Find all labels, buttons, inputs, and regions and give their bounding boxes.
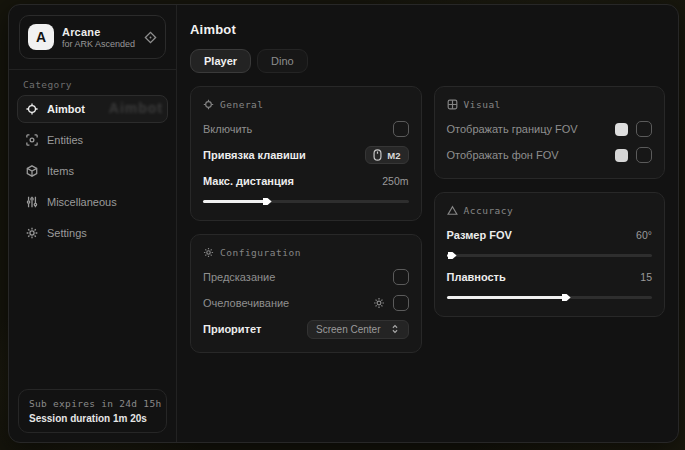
configuration-gear-icon bbox=[203, 247, 214, 258]
prediction-checkbox[interactable] bbox=[393, 269, 409, 285]
smoothness-label: Плавность bbox=[447, 271, 506, 283]
visual-card: Visual Отображать границу FOV Отображать… bbox=[434, 86, 666, 179]
fov-bg-color-swatch[interactable] bbox=[615, 149, 628, 162]
sidebar-item-label: Aimbot bbox=[47, 103, 85, 115]
general-card: General Включить Привязка клавиши bbox=[190, 86, 422, 221]
sliders-icon bbox=[26, 196, 38, 208]
target-diamond-icon[interactable] bbox=[144, 31, 157, 44]
enable-label: Включить bbox=[203, 123, 252, 135]
subscription-info: Sub expires in 24d 15h Session duration … bbox=[18, 389, 167, 433]
fov-size-slider[interactable] bbox=[447, 254, 653, 257]
sidebar-item-aimbot[interactable]: Aimbot Aimbot bbox=[17, 95, 168, 123]
card-title: Accuracy bbox=[464, 205, 514, 216]
card-title: General bbox=[220, 99, 264, 110]
prediction-label: Предсказание bbox=[203, 271, 275, 283]
sidebar-item-label: Miscellaneous bbox=[47, 196, 117, 208]
fov-size-label: Размер FOV bbox=[447, 229, 512, 241]
max-distance-slider[interactable] bbox=[203, 200, 409, 203]
configuration-card: Configuration Предсказание Очеловечивани… bbox=[190, 234, 422, 353]
accuracy-card: Accuracy Размер FOV 60° Плавность 15 bbox=[434, 192, 666, 317]
fov-bg-label: Отображать фон FOV bbox=[447, 149, 559, 161]
fov-bg-checkbox[interactable] bbox=[636, 147, 652, 163]
fov-size-value: 60° bbox=[636, 229, 652, 241]
app-name: Arcane bbox=[62, 26, 136, 38]
page-title: Aimbot bbox=[190, 22, 665, 37]
fov-border-checkbox[interactable] bbox=[636, 121, 652, 137]
cube-icon bbox=[26, 165, 38, 177]
slider-thumb[interactable] bbox=[448, 251, 457, 260]
fov-border-color-swatch[interactable] bbox=[615, 123, 628, 136]
ghost-watermark: Aimbot bbox=[109, 100, 163, 116]
general-crosshair-icon bbox=[203, 99, 214, 110]
category-label: Category bbox=[23, 79, 162, 90]
visual-window-icon bbox=[447, 99, 458, 110]
max-distance-label: Макс. дистанция bbox=[203, 175, 294, 187]
main-content: Aimbot Player Dino General bbox=[177, 5, 678, 442]
slider-thumb[interactable] bbox=[263, 197, 272, 206]
slider-thumb[interactable] bbox=[562, 293, 571, 302]
tab-dino[interactable]: Dino bbox=[257, 49, 308, 73]
sidebar-item-label: Entities bbox=[47, 134, 83, 146]
sidebar-item-settings[interactable]: Settings bbox=[17, 219, 168, 247]
card-title: Visual bbox=[464, 99, 501, 110]
priority-label: Приоритет bbox=[203, 323, 261, 335]
humanize-checkbox[interactable] bbox=[393, 295, 409, 311]
sidebar-item-entities[interactable]: Entities bbox=[17, 126, 168, 154]
fov-border-label: Отображать границу FOV bbox=[447, 123, 578, 135]
dropdown-icon bbox=[390, 324, 400, 334]
priority-select[interactable]: Screen Center bbox=[307, 320, 408, 339]
app-logo: A bbox=[28, 24, 54, 50]
brand-card: A Arcane for ARK Ascended bbox=[19, 15, 166, 59]
sidebar-nav: Aimbot Aimbot Entities Items bbox=[9, 95, 176, 247]
keybind-label: Привязка клавиши bbox=[203, 149, 306, 161]
sidebar-item-label: Settings bbox=[47, 227, 87, 239]
accuracy-triangle-icon bbox=[447, 205, 458, 216]
max-distance-value: 250m bbox=[382, 175, 408, 187]
tab-player[interactable]: Player bbox=[190, 49, 251, 73]
tab-bar: Player Dino bbox=[190, 49, 665, 73]
sub-expires-text: Sub expires in 24d 15h bbox=[29, 398, 156, 409]
priority-value: Screen Center bbox=[316, 324, 380, 335]
app-window: A Arcane for ARK Ascended Category bbox=[8, 4, 679, 443]
enable-checkbox[interactable] bbox=[393, 121, 409, 137]
smoothness-value: 15 bbox=[640, 271, 652, 283]
keybind-value: M2 bbox=[387, 150, 400, 161]
sidebar: A Arcane for ARK Ascended Category bbox=[9, 5, 177, 442]
session-duration-text: Session duration 1m 20s bbox=[29, 413, 156, 424]
gear-icon bbox=[26, 227, 38, 239]
sidebar-item-label: Items bbox=[47, 165, 74, 177]
humanize-label: Очеловечивание bbox=[203, 297, 289, 309]
smoothness-slider[interactable] bbox=[447, 296, 653, 299]
crosshair-icon bbox=[26, 103, 38, 115]
divider bbox=[9, 69, 176, 70]
app-subtitle: for ARK Ascended bbox=[62, 39, 136, 49]
sidebar-item-miscellaneous[interactable]: Miscellaneous bbox=[17, 188, 168, 216]
scan-icon bbox=[26, 134, 38, 146]
sidebar-item-items[interactable]: Items bbox=[17, 157, 168, 185]
humanize-settings-gear-icon[interactable] bbox=[373, 297, 385, 309]
mouse-icon bbox=[373, 149, 382, 161]
keybind-button[interactable]: M2 bbox=[365, 146, 408, 164]
card-title: Configuration bbox=[220, 247, 301, 258]
